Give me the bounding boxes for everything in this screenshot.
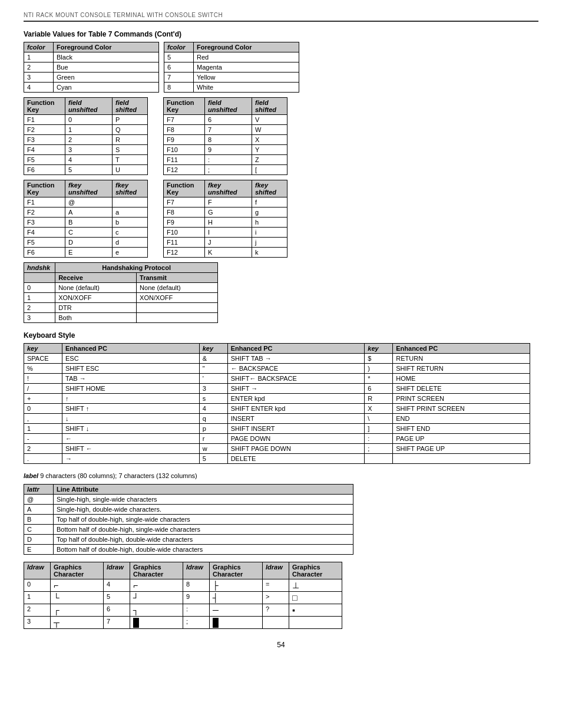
field-right-cell-3-1: 9 xyxy=(205,145,252,155)
keyboard-cell-10-0: . xyxy=(24,454,62,464)
fkey-right-cell-4-0: F11 xyxy=(164,238,205,248)
field-left-cell-0-2: P xyxy=(113,115,148,125)
keyboard-cell-0-0: SPACE xyxy=(24,354,62,364)
keyboard-cell-2-2: ' xyxy=(199,374,227,384)
keyboard-cell-5-5: SHIFT PRINT SCREEN xyxy=(393,404,530,414)
fkey-right-cell-5-2: k xyxy=(252,248,287,258)
lattr-cell-1-1: Single-high, double-wide characters. xyxy=(54,505,353,515)
hndshk-sub-header-0: Receive xyxy=(55,273,137,283)
field-right-cell-3-2: Y xyxy=(252,145,287,155)
fkey-section: Function Keyfkey unshiftedfkey shiftedF1… xyxy=(24,180,538,258)
lattr-cell-3-0: C xyxy=(24,525,54,535)
keyboard-cell-5-4: X xyxy=(365,404,393,414)
ldraw-cell-3-4: ; xyxy=(183,617,210,629)
field-right-cell-1-0: F8 xyxy=(164,125,205,135)
fcolor-right-header-1: Foreground Color xyxy=(194,42,299,52)
ldraw-header-7: Graphics Character xyxy=(289,562,342,579)
ldraw-cell-2-6: ? xyxy=(263,604,289,617)
keyboard-cell-9-3: SHIFT PAGE DOWN xyxy=(227,444,365,454)
fkey-left-cell-5-1: E xyxy=(65,248,113,258)
fkey-left-cell-2-0: F3 xyxy=(24,218,65,228)
field-left-cell-3-0: F4 xyxy=(24,145,65,155)
field-right-cell-3-0: F10 xyxy=(164,145,205,155)
ldraw-cell-3-7 xyxy=(289,617,342,629)
keyboard-cell-1-3: ← BACKSPACE xyxy=(227,364,365,374)
keyboard-header-1: Enhanced PC xyxy=(62,344,200,354)
hndshk-protocol-header: Handshaking Protocol xyxy=(55,263,218,273)
fkey-left-cell-4-2: d xyxy=(113,238,148,248)
field-right-cell-4-2: Z xyxy=(252,155,287,165)
fkey-right-cell-4-1: J xyxy=(205,238,252,248)
fcolor-right-cell-3-1: White xyxy=(194,83,299,93)
lattr-cell-5-0: E xyxy=(24,545,54,555)
ldraw-cell-2-4: : xyxy=(183,604,210,617)
keyboard-cell-10-5 xyxy=(393,454,530,464)
keyboard-title: Keyboard Style xyxy=(24,331,538,340)
keyboard-cell-8-4: : xyxy=(365,434,393,444)
field-right-cell-5-1: ; xyxy=(205,165,252,175)
hndshk-cell-0-1: None (default) xyxy=(55,283,137,293)
fcolor-table-left: fcolorForeground Color1Black2Bue3Green4C… xyxy=(24,42,159,93)
ldraw-cell-0-0: 0 xyxy=(24,579,51,592)
keyboard-cell-3-1: SHIFT HOME xyxy=(62,384,200,394)
field-key-section: Function Keyfield unshiftedfield shifted… xyxy=(24,97,538,175)
fkey-left-cell-2-1: B xyxy=(65,218,113,228)
keyboard-cell-9-5: SHIFT PAGE UP xyxy=(393,444,530,454)
hndshk-cell-0-0: 0 xyxy=(24,283,55,293)
keyboard-cell-6-4: \ xyxy=(365,414,393,424)
fcolor-section: fcolorForeground Color1Black2Bue3Green4C… xyxy=(24,42,538,93)
field-left-cell-2-1: 2 xyxy=(65,135,113,145)
hndshk-empty-header xyxy=(24,273,55,283)
fkey-right-cell-4-2: j xyxy=(252,238,287,248)
keyboard-cell-0-5: RETURN xyxy=(393,354,530,364)
ldraw-cell-2-1: ┌ xyxy=(51,604,104,617)
ldraw-cell-2-3: ┐ xyxy=(130,604,183,617)
keyboard-cell-4-3: ENTER kpd xyxy=(227,394,365,404)
keyboard-cell-5-3: SHIFT ENTER kpd xyxy=(227,404,365,414)
ldraw-cell-1-4: 9 xyxy=(183,592,210,604)
fkey-left-cell-3-2: c xyxy=(113,228,148,238)
field-left-cell-2-0: F3 xyxy=(24,135,65,145)
fcolor-left-header-1: Foreground Color xyxy=(54,42,159,52)
keyboard-cell-10-1: → xyxy=(62,454,200,464)
hndshk-cell-3-1: Both xyxy=(55,313,137,323)
fkey-right-cell-1-2: g xyxy=(252,207,287,218)
keyboard-cell-7-0: 1 xyxy=(24,424,62,434)
field-right-cell-1-1: 7 xyxy=(205,125,252,135)
fcolor-right-cell-3-0: 8 xyxy=(164,83,194,93)
keyboard-cell-9-1: SHIFT ← xyxy=(62,444,200,454)
ldraw-cell-0-6: = xyxy=(263,579,289,592)
field-left-cell-1-0: F2 xyxy=(24,125,65,135)
keyboard-cell-4-2: s xyxy=(199,394,227,404)
keyboard-cell-1-1: SHIFT ESC xyxy=(62,364,200,374)
ldraw-cell-1-5: ┤ xyxy=(210,592,263,604)
lattr-header-1: Line Attribute xyxy=(54,485,353,495)
ldraw-header-1: Graphics Character xyxy=(51,562,104,579)
hndshk-section: hndshkHandshaking ProtocolReceiveTransmi… xyxy=(24,262,538,323)
lattr-table: lattrLine Attribute@Single-high, single-… xyxy=(24,484,353,555)
ldraw-cell-1-0: 1 xyxy=(24,592,51,604)
hndshk-sub-header-1: Transmit xyxy=(137,273,218,283)
ldraw-cell-3-5: █ xyxy=(210,617,263,629)
keyboard-cell-2-3: SHIFT← BACKSPACE xyxy=(227,374,365,384)
field-right-header-2: field shifted xyxy=(252,98,287,115)
lattr-cell-0-0: @ xyxy=(24,495,54,505)
field-left-cell-5-1: 5 xyxy=(65,165,113,175)
lattr-cell-4-0: D xyxy=(24,535,54,545)
page-number: 54 xyxy=(24,641,538,649)
keyboard-header-2: key xyxy=(199,344,227,354)
keyboard-cell-3-4: 6 xyxy=(365,384,393,394)
fkey-left-cell-4-0: F5 xyxy=(24,238,65,248)
keyboard-cell-2-4: * xyxy=(365,374,393,384)
fcolor-left-cell-0-1: Black xyxy=(54,52,159,62)
ldraw-table: ldrawGraphics CharacterldrawGraphics Cha… xyxy=(24,562,342,629)
hndshk-cell-2-0: 2 xyxy=(24,303,55,313)
keyboard-cell-2-5: HOME xyxy=(393,374,530,384)
ldraw-cell-3-0: 3 xyxy=(24,617,51,629)
field-left-cell-5-0: F6 xyxy=(24,165,65,175)
keyboard-section: Keyboard Style keyEnhanced PCkeyEnhanced… xyxy=(24,331,538,464)
ldraw-cell-2-2: 6 xyxy=(104,604,130,617)
fkey-left-cell-0-0: F1 xyxy=(24,197,65,207)
ldraw-header-2: ldraw xyxy=(104,562,130,579)
keyboard-cell-0-2: & xyxy=(199,354,227,364)
